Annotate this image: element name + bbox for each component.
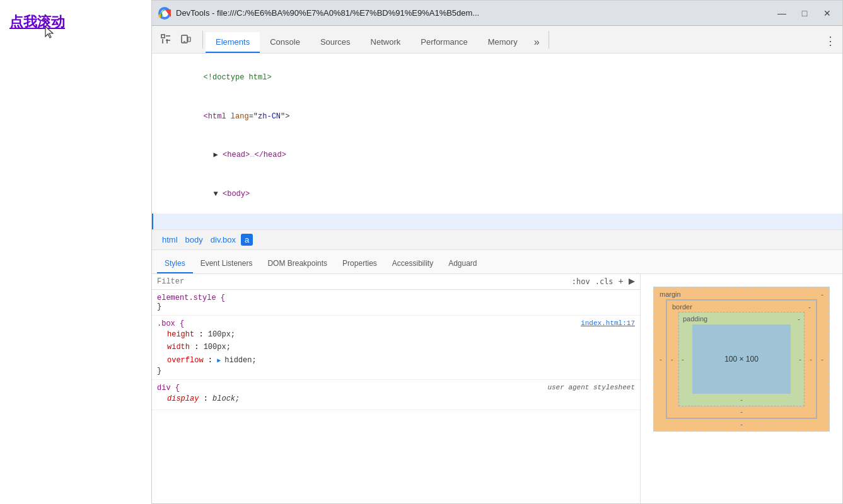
bottom-panel: Styles Event Listeners DOM Breakpoints P… (152, 250, 842, 503)
browser-page: 点我滚动 (0, 0, 151, 504)
minimize-button[interactable]: — (773, 4, 791, 22)
box-model-diagram: margin - - - - border - - - - (653, 287, 830, 432)
styles-tab-properties[interactable]: Properties (335, 255, 385, 273)
tab-network[interactable]: Network (361, 32, 411, 53)
css-prop-display: display : block; (157, 392, 635, 405)
dom-line-head[interactable]: ▶ <head>…</head> (152, 136, 842, 175)
cursor-icon (44, 25, 57, 40)
tab-elements[interactable]: Elements (206, 32, 260, 53)
padding-left-value: - (682, 355, 684, 363)
margin-top-value: - (821, 290, 823, 298)
margin-bottom-value: - (740, 420, 743, 428)
maximize-button[interactable]: □ (796, 4, 813, 22)
svg-point-2 (162, 11, 167, 16)
cursor-inspect-icon (161, 34, 171, 44)
more-tabs-button[interactable]: » (528, 32, 546, 53)
styles-tab-event-listeners[interactable]: Event Listeners (193, 255, 260, 273)
tab-console[interactable]: Console (260, 32, 310, 53)
devtools-window: DevTools - file:///C:/%E6%BA%90%E7%A0%81… (151, 0, 843, 504)
close-button[interactable]: ✕ (818, 4, 836, 22)
css-prop-height: height : 100px; (157, 328, 635, 341)
filter-add-button[interactable]: + (619, 277, 624, 287)
tab-sources[interactable]: Sources (310, 32, 361, 53)
css-prop-width: width : 100px; (157, 341, 635, 353)
dom-line-body[interactable]: ▼ <body> (152, 175, 842, 214)
padding-top-value: - (798, 315, 800, 323)
styles-tab-dom-breakpoints[interactable]: DOM Breakpoints (260, 255, 335, 273)
css-rules-panel: :hov .cls + element.style { (152, 274, 641, 503)
dom-line-div-box[interactable]: ... ▼ <div class =" box "> == $0 (152, 214, 842, 230)
device-toggle-button[interactable] (177, 30, 195, 48)
css-rule-box: .box { index.html:17 height : 100px; wid… (152, 316, 640, 380)
svg-rect-9 (188, 37, 190, 42)
title-bar: DevTools - file:///C:/%E6%BA%90%E7%A0%81… (152, 1, 842, 26)
border-right-value: - (810, 355, 812, 363)
filter-cls-button[interactable]: .cls (595, 277, 613, 286)
breadcrumb-a[interactable]: a (241, 234, 253, 246)
inspect-element-button[interactable] (157, 30, 175, 48)
overflow-expand-triangle[interactable]: ▶ (217, 357, 224, 364)
dom-line-doctype: <!doctype html> (152, 59, 842, 98)
styles-content: :hov .cls + element.style { (152, 274, 842, 503)
padding-right-value: - (799, 355, 801, 363)
chrome-icon (158, 7, 171, 20)
filter-hov-button[interactable]: :hov (572, 277, 590, 286)
dom-line-html: <html lang="zh-CN"> (152, 98, 842, 137)
device-icon (181, 34, 191, 44)
tab-memory[interactable]: Memory (478, 32, 528, 53)
svg-marker-11 (629, 278, 635, 285)
css-prop-overflow: overflow : ▶ hidden; (157, 354, 635, 367)
tab-bar: Elements Console Sources Network Perform… (152, 26, 842, 54)
box-content: 100 × 100 (692, 324, 791, 394)
styles-tab-adguard[interactable]: Adguard (441, 255, 484, 273)
filter-input[interactable] (157, 277, 567, 286)
border-top-value: - (808, 303, 811, 311)
svg-rect-3 (161, 35, 165, 38)
dom-panel: <!doctype html> <html lang="zh-CN"> ▶ <h… (152, 54, 842, 230)
tab-separator-right (549, 31, 549, 49)
styles-tab-accessibility[interactable]: Accessibility (385, 255, 441, 273)
devtools-settings-button[interactable]: ⋮ (818, 29, 842, 53)
filter-add-arrow-icon (629, 278, 635, 285)
css-rule-element-style: element.style { } (152, 290, 640, 316)
box-model-panel: margin - - - - border - - - - (641, 274, 842, 503)
main-content: <!doctype html> <html lang="zh-CN"> ▶ <h… (152, 54, 842, 503)
breadcrumb-body[interactable]: body (183, 234, 206, 246)
styles-tab-bar: Styles Event Listeners DOM Breakpoints P… (152, 250, 842, 274)
padding-bottom-value: - (740, 396, 743, 403)
content-size: 100 × 100 (724, 355, 759, 364)
border-bottom-value: - (740, 408, 743, 415)
breadcrumb-divbox[interactable]: div.box (208, 234, 238, 246)
window-controls: — □ ✕ (773, 4, 836, 22)
border-label: border (672, 303, 692, 311)
breadcrumb-html[interactable]: html (160, 234, 180, 246)
margin-right-value: - (821, 355, 823, 363)
margin-label: margin (660, 290, 681, 298)
styles-tab-styles[interactable]: Styles (157, 255, 193, 273)
css-file-ref-box[interactable]: index.html:17 (581, 319, 635, 327)
padding-label: padding (683, 315, 707, 323)
window-title: DevTools - file:///C:/%E6%BA%90%E7%A0%81… (176, 8, 773, 18)
border-left-value: - (671, 355, 673, 363)
margin-left-value: - (660, 355, 662, 363)
filter-bar: :hov .cls + (152, 274, 640, 290)
tab-performance[interactable]: Performance (410, 32, 477, 53)
toolbar-left (157, 30, 195, 53)
breadcrumb: html body div.box a (152, 230, 842, 250)
css-user-agent-label: user agent stylesheet (547, 384, 635, 391)
tab-separator-left (202, 31, 203, 49)
css-rule-div-agent: div { user agent stylesheet display : bl… (152, 380, 640, 410)
